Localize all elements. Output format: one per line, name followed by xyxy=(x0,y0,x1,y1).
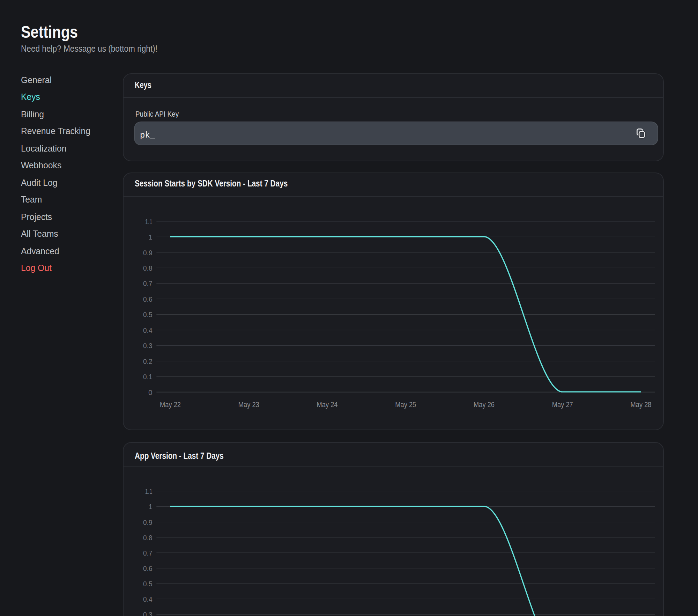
svg-text:0.8: 0.8 xyxy=(143,534,152,542)
svg-text:May 22: May 22 xyxy=(159,400,180,409)
svg-text:0.7: 0.7 xyxy=(143,280,152,287)
svg-text:May 23: May 23 xyxy=(238,400,259,409)
svg-text:0.3: 0.3 xyxy=(143,611,152,616)
svg-text:May 24: May 24 xyxy=(317,400,337,409)
svg-text:0.6: 0.6 xyxy=(143,565,152,572)
svg-text:0.5: 0.5 xyxy=(143,580,152,588)
svg-text:0.9: 0.9 xyxy=(143,249,152,256)
svg-text:1.1: 1.1 xyxy=(145,488,152,496)
svg-text:May 25: May 25 xyxy=(395,400,416,409)
svg-text:0.8: 0.8 xyxy=(143,264,152,272)
svg-text:0.3: 0.3 xyxy=(143,342,152,350)
svg-text:0.5: 0.5 xyxy=(143,311,152,318)
svg-text:0.7: 0.7 xyxy=(143,549,152,557)
svg-text:May 27: May 27 xyxy=(552,400,573,409)
svg-text:0.4: 0.4 xyxy=(143,327,152,334)
svg-text:0.2: 0.2 xyxy=(143,357,152,365)
svg-text:0.9: 0.9 xyxy=(143,519,152,526)
svg-text:0: 0 xyxy=(148,388,152,396)
svg-text:May 28: May 28 xyxy=(630,400,651,409)
svg-text:May 26: May 26 xyxy=(473,400,494,409)
svg-text:0.1: 0.1 xyxy=(143,373,152,381)
svg-text:0.6: 0.6 xyxy=(143,295,152,303)
svg-text:1.1: 1.1 xyxy=(145,218,152,225)
svg-text:1: 1 xyxy=(148,233,152,241)
svg-text:0.4: 0.4 xyxy=(143,596,152,603)
svg-text:1: 1 xyxy=(148,503,152,511)
